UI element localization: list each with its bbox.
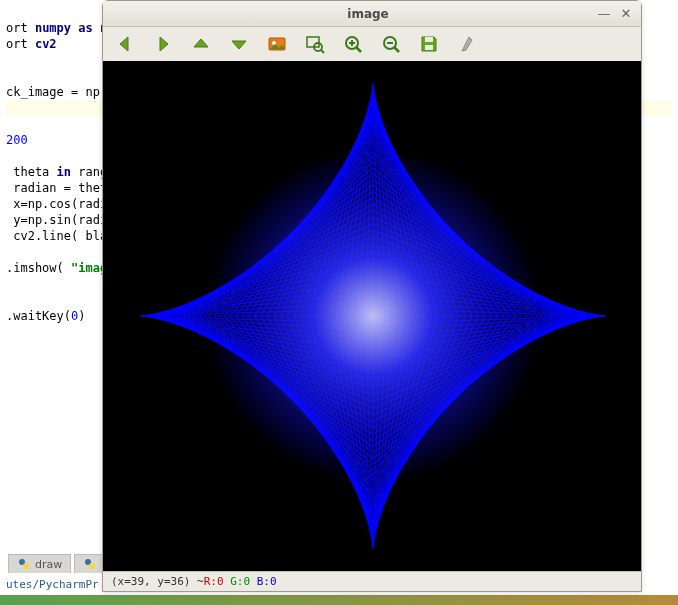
image-canvas[interactable] <box>103 61 641 571</box>
python-file-icon <box>17 557 31 571</box>
pixel-r: R:0 <box>204 575 224 588</box>
pan-up-button[interactable] <box>187 30 215 58</box>
code-line: .imshow( "imag <box>6 261 107 275</box>
tab-label: draw <box>35 558 62 571</box>
zoom-out-button[interactable] <box>377 30 405 58</box>
svg-line-10 <box>357 48 362 53</box>
svg-point-220 <box>206 149 541 484</box>
svg-line-14 <box>395 48 400 53</box>
svg-point-1 <box>23 563 29 569</box>
properties-button[interactable] <box>453 30 481 58</box>
viewer-statusbar: (x=39, y=36) ~ R:0 G:0 B:0 <box>103 571 641 591</box>
svg-rect-6 <box>307 37 319 47</box>
path-text: utes/PycharmPr <box>0 578 99 591</box>
window-titlebar[interactable]: image — ✕ <box>103 1 641 27</box>
pixel-g: G:0 <box>230 575 250 588</box>
code-line: x=np.cos(radi <box>6 197 107 211</box>
zoom-in-button[interactable] <box>339 30 367 58</box>
code-line: .waitKey(0) <box>6 309 86 323</box>
pan-left-button[interactable] <box>111 30 139 58</box>
code-line: y=np.sin(radi <box>6 213 107 227</box>
image-viewer-window: image — ✕ <box>102 0 642 592</box>
code-line: theta in rang <box>6 165 107 179</box>
svg-rect-17 <box>425 45 433 50</box>
zoom-region-button[interactable] <box>301 30 329 58</box>
minimize-button[interactable]: — <box>595 5 613 23</box>
close-button[interactable]: ✕ <box>617 5 635 23</box>
pan-right-button[interactable] <box>149 30 177 58</box>
tab-draw[interactable]: draw <box>8 554 71 573</box>
viewer-toolbar <box>103 27 641 61</box>
pixel-b: B:0 <box>257 575 277 588</box>
pan-down-button[interactable] <box>225 30 253 58</box>
image-icon[interactable] <box>263 30 291 58</box>
svg-point-3 <box>89 563 95 569</box>
svg-rect-16 <box>425 37 433 42</box>
window-title: image <box>145 7 591 21</box>
code-line: ck_image = np. <box>6 85 107 99</box>
cursor-coords: (x=39, y=36) ~ <box>111 575 204 588</box>
save-button[interactable] <box>415 30 443 58</box>
code-line: radian = thet <box>6 181 107 195</box>
editor-tab-bar: draw d <box>8 554 117 573</box>
bottom-accent-strip <box>0 595 678 605</box>
python-file-icon <box>83 557 97 571</box>
code-line: ort numpy as np <box>6 21 114 35</box>
code-line: ort cv2 <box>6 37 57 51</box>
code-line: 200 <box>6 133 28 147</box>
svg-line-8 <box>321 50 324 53</box>
code-line: cv2.line( bla <box>6 229 107 243</box>
